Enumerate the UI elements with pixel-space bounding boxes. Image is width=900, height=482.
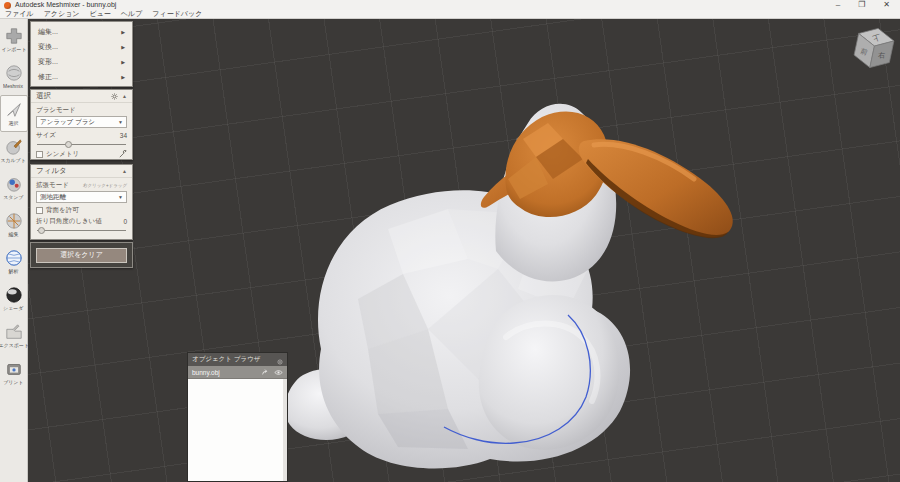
sculpt-brush-icon [5,138,23,156]
collapse-arrow-icon[interactable]: ▲ [122,93,127,99]
gear-icon[interactable] [111,93,118,100]
symmetry-edit-icon[interactable] [119,150,127,158]
tool-export[interactable]: エクスポート [0,317,28,354]
tool-sculpt[interactable]: スカルプト [0,132,28,169]
tool-import[interactable]: インポート [0,21,28,58]
export-object-icon[interactable] [261,368,269,376]
submenu-arrow-icon: ▶ [121,44,125,50]
tool-stamp[interactable]: スタンプ [0,169,28,206]
menu-help[interactable]: ヘルプ [121,9,143,19]
menu-item-convert[interactable]: 変換... ▶ [31,39,132,54]
filter-panel: フィルタ ▲ 拡張モード 右クリック+ドラッグ 測地距離 ▼ 背面を許可 折り目… [30,164,133,240]
submenu-arrow-icon: ▶ [121,59,125,65]
allow-backfaces-checkbox[interactable] [36,207,43,214]
view-navigation-cube[interactable]: 上 前 右 [848,22,900,74]
tool-edit[interactable]: 編集 [0,206,28,243]
clear-selection-strip: 選択をクリア [30,242,133,268]
expand-mode-label: 拡張モード [36,181,69,190]
size-slider-handle[interactable] [65,141,72,148]
size-label: サイズ [36,131,56,140]
import-plus-icon [5,27,23,45]
tool-meshmix[interactable]: Meshmix [0,58,28,95]
menu-item-modify[interactable]: 修正... ▶ [31,69,132,84]
object-browser-header[interactable]: オブジェクト ブラウザ [188,353,287,366]
bunny-mesh-scene[interactable] [28,19,900,482]
printer-icon [5,360,23,378]
symmetry-label: シンメトリ [46,150,79,159]
menu-bar: ファイル アクション ビュー ヘルプ フィードバック [0,10,900,19]
stamp-icon [5,175,23,193]
meshmix-sphere-icon [5,64,23,82]
action-menu-panel: 編集... ▶ 変換... ▶ 変形... ▶ 修正... ▶ [30,21,133,87]
tool-strip: インポート Meshmix 選択 スカルプト [0,19,28,482]
clear-selection-button[interactable]: 選択をクリア [36,248,127,263]
dropdown-arrow-icon: ▼ [118,194,123,200]
tool-shaders[interactable]: シェーダ [0,280,28,317]
menu-feedback[interactable]: フィードバック [152,9,202,19]
submenu-arrow-icon: ▶ [121,29,125,35]
crease-threshold-slider[interactable] [37,226,126,235]
menu-item-edit[interactable]: 編集... ▶ [31,24,132,39]
object-browser-item-bunny[interactable]: bunny.obj [188,366,287,379]
tool-analysis[interactable]: 解析 [0,243,28,280]
menu-file[interactable]: ファイル [5,9,34,19]
close-button[interactable]: ✕ [883,0,890,10]
object-name: bunny.obj [192,369,220,376]
size-slider[interactable] [37,140,126,149]
crease-threshold-label: 折り目角度のしきい値 [36,217,102,226]
export-folder-icon [5,323,23,341]
select-panel-title: 選択 [36,91,51,101]
analysis-wireframe-icon [5,249,23,267]
cube-face-right-label[interactable]: 右 [878,52,885,60]
edit-sphere-icon [5,212,23,230]
collapse-arrow-icon[interactable]: ▲ [122,168,127,174]
brush-mode-dropdown[interactable]: アンラップ ブラシ ▼ [36,116,127,128]
object-browser-list[interactable] [188,379,287,481]
minimize-button[interactable]: – [836,0,840,10]
menu-actions[interactable]: アクション [44,9,80,19]
shader-sphere-icon [5,286,23,304]
select-tool-panel: 選択 ▲ ブラシモード アンラップ ブラシ ▼ サイズ 34 [30,89,133,160]
crease-threshold-value: 0 [123,218,127,225]
object-browser-menu-icon[interactable] [277,359,283,365]
object-browser-title: オブジェクト ブラウザ [192,355,260,364]
select-cursor-icon [5,101,23,119]
submenu-arrow-icon: ▶ [121,74,125,80]
viewport-3d[interactable]: 上 前 右 [28,19,900,482]
meshmixer-window: Autodesk Meshmixer - bunny.obj – ❐ ✕ ファイ… [0,0,900,482]
crease-slider-handle[interactable] [38,227,45,234]
object-browser-scrollbar[interactable] [283,379,287,481]
menu-item-deform[interactable]: 変形... ▶ [31,54,132,69]
menu-view[interactable]: ビュー [89,9,110,19]
expand-mode-dropdown[interactable]: 測地距離 ▼ [36,191,127,203]
meshmixer-logo-icon [4,2,11,9]
size-value: 34 [120,132,127,139]
maximize-button[interactable]: ❐ [858,0,865,10]
filter-panel-title: フィルタ [36,166,67,176]
tool-select[interactable]: 選択 [0,95,28,132]
object-browser-panel: オブジェクト ブラウザ bunny.obj [187,352,288,482]
visibility-eye-icon[interactable] [274,369,283,376]
tool-print[interactable]: プリント [0,354,28,391]
dropdown-arrow-icon: ▼ [118,119,123,125]
expand-mode-hint: 右クリック+ドラッグ [83,183,127,188]
symmetry-checkbox[interactable] [36,151,43,158]
brush-mode-label: ブラシモード [36,105,127,115]
allow-backfaces-label: 背面を許可 [46,206,79,215]
